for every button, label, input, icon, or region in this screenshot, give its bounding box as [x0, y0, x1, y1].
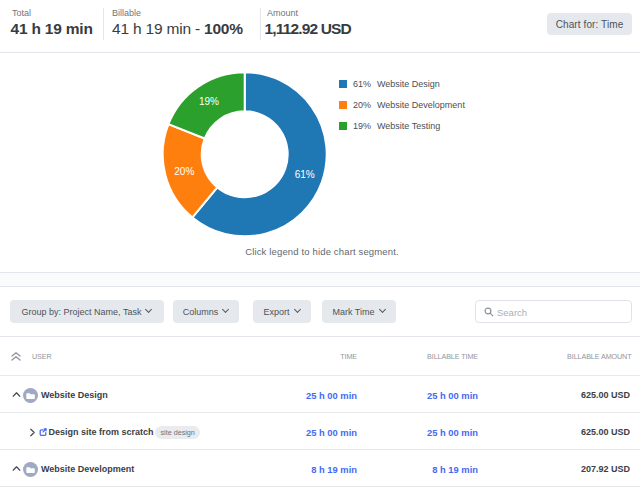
svg-text:61%: 61%: [295, 169, 315, 180]
svg-text:20%: 20%: [174, 166, 194, 177]
svg-text:19%: 19%: [199, 96, 219, 107]
